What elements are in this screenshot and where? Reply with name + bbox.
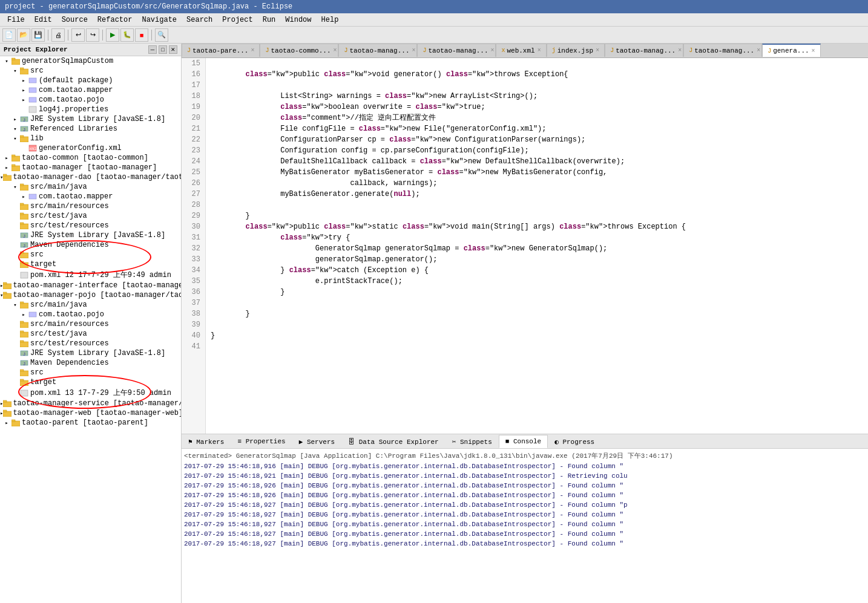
tree-item-22[interactable]: pom.xml 12 17-7-29 上午9:49 admin: [0, 269, 181, 281]
menu-search[interactable]: Search: [182, 15, 217, 25]
tab-icon-6: J: [610, 47, 614, 54]
tree-item-13[interactable]: ▾src/main/java: [0, 182, 181, 192]
toolbar-search[interactable]: 🔍: [155, 28, 168, 42]
menu-source[interactable]: Source: [57, 15, 93, 25]
tab-close-3[interactable]: ×: [491, 47, 495, 54]
tree-item-24[interactable]: ▾taotao-manager-pojo [taotao-manager/tao…: [0, 290, 181, 300]
menu-help[interactable]: Help: [317, 15, 344, 25]
tree-item-2[interactable]: ▸(default package): [0, 76, 181, 85]
tree-item-33[interactable]: target: [0, 377, 181, 387]
toolbar-stop[interactable]: ■: [135, 28, 148, 42]
tree-item-1[interactable]: ▾src: [0, 66, 181, 76]
tree-item-20[interactable]: src: [0, 250, 181, 259]
tab-close-8[interactable]: ×: [812, 48, 815, 54]
tree-item-37[interactable]: ▸taotao-parent [taotao-parent]: [0, 418, 181, 428]
bottom-tab-3[interactable]: 🗄 Data Source Explorer: [341, 435, 446, 448]
svg-rect-41: [3, 282, 7, 284]
tree-item-29[interactable]: src/test/resources: [0, 339, 181, 348]
bottom-panel: ⚑ Markers≡ Properties▶ Servers🗄 Data Sou…: [182, 434, 868, 603]
tree-item-25[interactable]: ▾src/main/java: [0, 300, 181, 310]
menu-window[interactable]: Window: [280, 15, 316, 25]
toolbar-run[interactable]: ▶: [106, 28, 119, 42]
editor-content[interactable]: 1516171819202122232425262728293031323334…: [182, 58, 868, 434]
toolbar-print[interactable]: 🖨: [51, 28, 65, 42]
tab-close-1[interactable]: ×: [334, 47, 337, 54]
tree-label-4: com.taotao.pojo: [39, 96, 104, 104]
main-area: Project Explorer ─ □ ✕ ▾generatorSqlmapC…: [0, 44, 868, 603]
menu-run[interactable]: Run: [258, 15, 281, 25]
tree-item-26[interactable]: ▸com.taotao.pojo: [0, 310, 181, 319]
tab-close-5[interactable]: ×: [596, 47, 599, 54]
sidebar-minimize[interactable]: ─: [148, 45, 157, 54]
tree-item-31[interactable]: JMaven Dependencies: [0, 358, 181, 368]
tree-item-18[interactable]: JJRE System Library [JavaSE-1.8]: [0, 230, 181, 240]
menu-refactor[interactable]: Refactor: [93, 15, 137, 25]
menu-file[interactable]: File: [2, 15, 30, 25]
bottom-tab-4[interactable]: ✂ Snippets: [446, 435, 499, 448]
tab-close-0[interactable]: ×: [251, 47, 254, 54]
toolbar-open[interactable]: 📂: [17, 28, 30, 42]
editor-tab-8[interactable]: Jgenera...×: [762, 44, 820, 57]
tree-item-3[interactable]: ▸com.taotao.mapper: [0, 85, 181, 95]
tree-item-0[interactable]: ▾generatorSqlmapCustom: [0, 56, 181, 66]
tree-item-12[interactable]: ▾taotao-manager-dao [taotao-manager/taot…: [0, 172, 181, 182]
tree-item-4[interactable]: ▸com.taotao.pojo: [0, 95, 181, 105]
toolbar-undo[interactable]: ↩: [71, 28, 85, 42]
tree-item-8[interactable]: ▾lib: [0, 134, 181, 143]
tree-item-32[interactable]: src: [0, 368, 181, 377]
tree-item-34[interactable]: pom.xml 13 17-7-29 上午9:50 admin: [0, 387, 181, 399]
code-line-11: callback, warnings);: [211, 178, 863, 189]
svg-rect-43: [3, 292, 7, 294]
editor-tab-5[interactable]: jindex.jsp×: [547, 44, 605, 57]
code-body[interactable]: class="kw">public class="kw">void genera…: [206, 58, 868, 434]
editor-tab-3[interactable]: Jtaotao-manag...×: [417, 44, 496, 57]
editor-tab-7[interactable]: Jtaotao-manag...×: [683, 44, 762, 57]
line-num-13: 28: [184, 200, 200, 210]
tree-item-5[interactable]: log4j.properties: [0, 105, 181, 114]
tree-icon-34: [19, 389, 29, 397]
menu-edit[interactable]: Edit: [30, 15, 57, 25]
tab-close-6[interactable]: ×: [678, 47, 682, 54]
toolbar-save[interactable]: 💾: [31, 28, 45, 42]
toolbar-new[interactable]: 📄: [2, 28, 16, 42]
tree-item-35[interactable]: ▸taotao-manager-service [taotao-manager/…: [0, 399, 181, 408]
bottom-tab-1[interactable]: ≡ Properties: [231, 435, 292, 448]
toolbar-debug[interactable]: 🐛: [120, 28, 134, 42]
tree-item-10[interactable]: ▸taotao-common [taotao-common]: [0, 153, 181, 163]
tree-item-9[interactable]: xmlgeneratorConfig.xml: [0, 143, 181, 153]
tab-close-7[interactable]: ×: [757, 47, 760, 54]
tree-item-36[interactable]: ▸taotao-manager-web [taotao-manager-web]: [0, 408, 181, 418]
tree-item-6[interactable]: ▸JJRE System Library [JavaSE-1.8]: [0, 114, 181, 124]
editor-tab-6[interactable]: Jtaotao-manag...×: [605, 44, 683, 57]
bottom-tab-0[interactable]: ⚑ Markers: [182, 435, 231, 448]
bottom-tab-5[interactable]: ■ Console: [499, 435, 548, 448]
editor-tab-0[interactable]: Jtaotao-pare...×: [182, 44, 260, 57]
editor-tab-4[interactable]: xweb.xml×: [496, 44, 546, 57]
sidebar-close[interactable]: ✕: [169, 45, 177, 54]
tree-item-28[interactable]: src/test/java: [0, 329, 181, 339]
tree-item-15[interactable]: src/main/resources: [0, 201, 181, 211]
tree-item-19[interactable]: JMaven Dependencies: [0, 240, 181, 250]
bottom-tab-6[interactable]: ◐ Progress: [548, 435, 601, 448]
tree-item-27[interactable]: src/main/resources: [0, 319, 181, 329]
tree-item-21[interactable]: target: [0, 259, 181, 269]
tree-item-11[interactable]: ▸taotao-manager [taotao-manager]: [0, 163, 181, 172]
tree-item-30[interactable]: JJRE System Library [JavaSE-1.8]: [0, 348, 181, 358]
tree-item-16[interactable]: src/test/java: [0, 211, 181, 221]
toolbar-redo[interactable]: ↪: [86, 28, 99, 42]
editor-tab-2[interactable]: Jtaotao-manag...×: [338, 44, 417, 57]
tab-close-4[interactable]: ×: [538, 47, 541, 54]
menu-navigate[interactable]: Navigate: [137, 15, 182, 25]
tree-item-7[interactable]: ▾JReferenced Libraries: [0, 124, 181, 134]
tree-label-7: Referenced Libraries: [30, 125, 117, 133]
tree-item-23[interactable]: ▸taotao-manager-interface [taotao-manage…: [0, 281, 181, 290]
tree-item-14[interactable]: ▸com.taotao.mapper: [0, 192, 181, 201]
sidebar-maximize[interactable]: □: [159, 45, 167, 54]
tree-item-17[interactable]: src/test/resources: [0, 221, 181, 230]
menu-project[interactable]: Project: [217, 15, 257, 25]
bottom-tab-2[interactable]: ▶ Servers: [292, 435, 341, 448]
console-line-8: 2017-07-29 15:46:18,927 [main] DEBUG [or…: [184, 539, 866, 549]
sidebar-tree: ▾generatorSqlmapCustom▾src▸(default pack…: [0, 56, 181, 603]
tab-close-2[interactable]: ×: [412, 47, 416, 54]
editor-tab-1[interactable]: Jtaotao-commo...×: [260, 44, 338, 57]
